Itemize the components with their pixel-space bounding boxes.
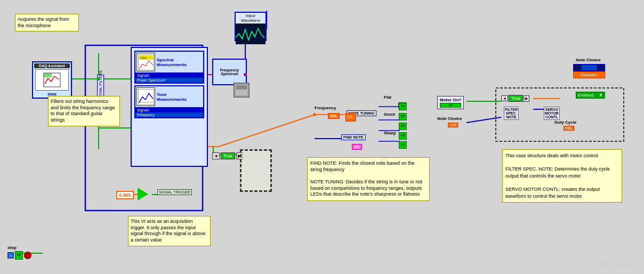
true-selector-2[interactable]: ◄ True ▶	[501, 95, 529, 102]
note-choice-display	[573, 64, 605, 71]
svg-text:PWR: PWR	[140, 57, 147, 60]
tf-flat: TF	[399, 103, 407, 110]
note-dbl-block: DBL	[345, 113, 356, 122]
tone-measurements-block[interactable]: Tone Measurements Signals Frequency	[134, 85, 204, 118]
gray-vi-block[interactable]	[234, 83, 249, 98]
frequency-value-block[interactable]: DBL	[328, 113, 340, 119]
wire-layer	[0, 0, 644, 274]
string-block[interactable]: abc	[352, 144, 362, 150]
flat-label: Flat	[384, 95, 391, 100]
svg-text:NATIONA: NATIONA	[614, 263, 633, 268]
note-choice-value: U16	[448, 123, 458, 127]
case-structure-center	[240, 149, 272, 192]
motor-on-block[interactable]: Motor On? TF	[437, 96, 464, 109]
annotation-filters: Filters out string harmonics and limits …	[48, 96, 120, 126]
sharp-label: Sharp	[384, 131, 396, 135]
frequency-label: Frequency	[315, 106, 336, 110]
svg-text:N: N	[601, 260, 607, 268]
tf-good: TF	[399, 113, 407, 120]
svg-line-17	[466, 117, 501, 123]
tf-sharp-2: TF	[399, 141, 407, 149]
svg-point-45	[313, 113, 316, 116]
spectral-tone-container: PWR Spectral Measurements Signals Power …	[131, 47, 208, 167]
frequency-spectrum-block[interactable]: Frequency Spectrum	[212, 59, 247, 85]
true-selector-1[interactable]: ◄ True ▶	[212, 152, 243, 159]
annotation-acquires-signal: Acquires the signal from the microphone	[15, 14, 79, 31]
stop-block[interactable]: stop i TF	[7, 245, 31, 260]
good-label: Good	[384, 112, 395, 117]
note-choice-top-label: Note Choice	[576, 58, 601, 62]
tf-sharp: TF	[399, 132, 407, 140]
spectral-measurements-block[interactable]: PWR Spectral Measurements Signals Power …	[134, 51, 204, 84]
annotation-trigger: This VI acts as an acquisition trigger. …	[128, 216, 211, 246]
enabled-block[interactable]: Enabled ▼	[576, 92, 605, 99]
ni-logo: N / NATIONA	[599, 257, 641, 271]
servo-motor-block[interactable]: SERVO MOTOR CONTL	[544, 107, 560, 120]
comparator-block	[138, 188, 148, 200]
input-waveform-display: Input Waveform	[235, 12, 267, 41]
svg-text:/: /	[608, 260, 610, 268]
svg-rect-40	[236, 85, 247, 90]
disabled-block[interactable]: Disabled	[573, 71, 605, 78]
daq-assistant-block[interactable]: DAQ Assistant data	[32, 61, 72, 99]
annotation-motor: This case structure deals with motor con…	[502, 149, 622, 203]
duty-cycle-label: Duty Cycle	[554, 120, 576, 125]
find-note-block[interactable]: FIND NOTE	[341, 134, 366, 140]
daq-label: DAQ Assistant	[39, 64, 65, 68]
duty-cycle-block: DBL	[564, 126, 574, 131]
annotation-find-note: FIND NOTE: Finds the closest note based …	[307, 157, 430, 201]
filter-spec-note-block[interactable]: FILTER SPEC. NOTE	[504, 107, 519, 120]
note-choice-bottom-label: Note Choice	[437, 116, 462, 121]
svg-rect-28	[44, 73, 52, 77]
svg-line-7	[219, 115, 315, 147]
main-canvas: Acquires the signal from the microphone …	[0, 0, 644, 274]
tf-good-2: TF	[399, 123, 407, 130]
value-0005[interactable]: 0.005	[116, 191, 134, 199]
signal-trigger-block[interactable]: SIGNAL TRIGGER	[157, 189, 192, 195]
